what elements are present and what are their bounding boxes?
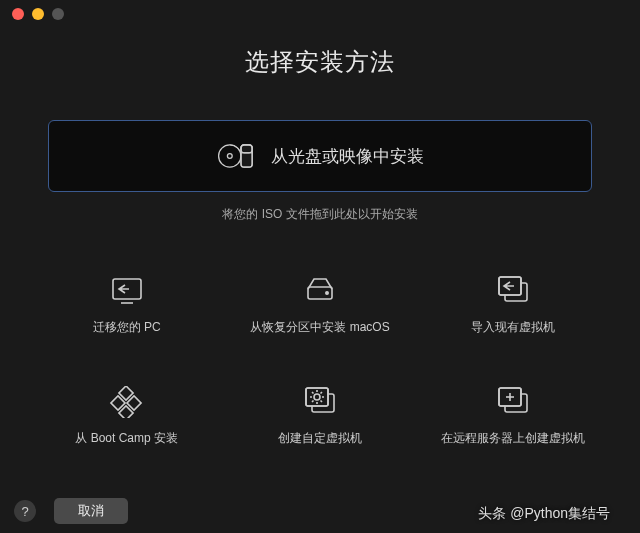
drop-iso-hint: 将您的 ISO 文件拖到此处以开始安装: [0, 206, 640, 223]
option-custom-vm[interactable]: 创建自定虚拟机: [233, 384, 406, 447]
option-label: 从恢复分区中安装 macOS: [250, 319, 389, 336]
watermark: 头条 @Python集结号: [478, 505, 610, 523]
help-button[interactable]: ?: [14, 500, 36, 522]
close-window-button[interactable]: [12, 8, 24, 20]
svg-point-9: [326, 292, 328, 294]
option-label: 创建自定虚拟机: [278, 430, 362, 447]
watermark-author: @Python集结号: [510, 505, 610, 521]
watermark-prefix: 头条: [478, 505, 506, 521]
bootcamp-icon: [107, 384, 147, 420]
install-from-disc-or-image[interactable]: 从光盘或映像中安装: [48, 120, 592, 192]
import-vm-icon: [493, 273, 533, 309]
option-import-vm[interactable]: 导入现有虚拟机: [427, 273, 600, 336]
option-label: 迁移您的 PC: [93, 319, 161, 336]
option-label: 导入现有虚拟机: [471, 319, 555, 336]
page-title: 选择安装方法: [0, 46, 640, 78]
disc-image-icon: [217, 138, 257, 174]
maximize-window-button: [52, 8, 64, 20]
option-bootcamp[interactable]: 从 Boot Camp 安装: [40, 384, 213, 447]
option-label: 从 Boot Camp 安装: [75, 430, 178, 447]
cancel-button[interactable]: 取消: [54, 498, 128, 524]
migrate-pc-icon: [107, 273, 147, 309]
option-recovery-macos[interactable]: 从恢复分区中安装 macOS: [233, 273, 406, 336]
option-migrate-pc[interactable]: 迁移您的 PC: [40, 273, 213, 336]
svg-point-1: [227, 154, 232, 159]
custom-vm-icon: [300, 384, 340, 420]
option-label: 在远程服务器上创建虚拟机: [441, 430, 585, 447]
minimize-window-button[interactable]: [32, 8, 44, 20]
primary-option-label: 从光盘或映像中安装: [271, 145, 424, 168]
svg-rect-2: [241, 145, 252, 167]
option-remote-vm[interactable]: 在远程服务器上创建虚拟机: [427, 384, 600, 447]
options-grid: 迁移您的 PC 从恢复分区中安装 macOS 导入现有虚拟机: [40, 273, 600, 447]
remote-vm-icon: [493, 384, 533, 420]
window-titlebar: [0, 0, 640, 28]
hard-drive-icon: [300, 273, 340, 309]
